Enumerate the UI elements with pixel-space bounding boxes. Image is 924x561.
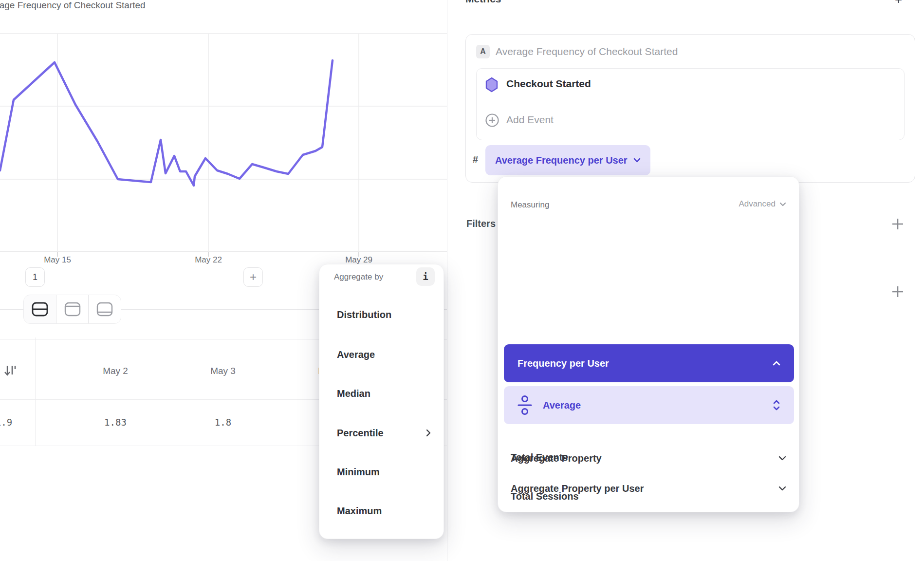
plus-icon: [891, 285, 905, 299]
menu-item-label: Median: [337, 388, 370, 399]
chevron-up-icon: [773, 361, 780, 366]
menu-item-percentile[interactable]: Percentile: [337, 424, 431, 442]
table-cell: 1.9: [0, 415, 38, 429]
measurement-pill-label: Average Frequency per User: [495, 155, 628, 166]
event-name[interactable]: Checkout Started: [506, 78, 591, 90]
menu-item-label: Aggregate Property per User: [511, 483, 644, 494]
segment-number-button[interactable]: 1: [25, 267, 45, 287]
menu-item-median[interactable]: Median: [337, 385, 431, 402]
menu-item-minimum[interactable]: Minimum: [337, 463, 431, 481]
filters-section-title: Filters: [466, 218, 496, 229]
chevron-down-icon: [778, 456, 786, 461]
plus-icon: [891, 217, 905, 231]
chart-title: Average Frequency of Checkout Started: [0, 0, 146, 11]
table-column-divider: [35, 337, 36, 446]
layout-chart-top-button[interactable]: [56, 295, 89, 323]
menu-item-aggregate-property[interactable]: Aggregate Property: [511, 449, 786, 468]
menu-item-aggregate-property-per-user[interactable]: Aggregate Property per User: [511, 479, 786, 498]
layout-split-horizontal-button[interactable]: [24, 295, 56, 323]
measurement-dropdown-button[interactable]: Average Frequency per User: [485, 145, 650, 175]
table-cell: 1.8: [189, 415, 257, 429]
table-bottom-icon: [95, 301, 114, 318]
chevron-down-icon: [778, 486, 786, 491]
menu-subitem-average-selected[interactable]: Average: [504, 386, 794, 424]
table-header-may2[interactable]: May 2: [81, 364, 149, 378]
menu-item-label: Minimum: [337, 467, 380, 478]
metrics-plus-container[interactable]: +: [892, 0, 906, 4]
add-event-plus-icon[interactable]: [485, 113, 499, 128]
add-event-label[interactable]: Add Event: [506, 114, 554, 126]
table-header-may3[interactable]: May 3: [189, 364, 257, 378]
x-axis-label: May 22: [179, 255, 238, 265]
event-hexagon-icon: [485, 77, 499, 93]
menu-item-label: Aggregate Property: [511, 453, 602, 464]
metrics-header-container: Metrics: [465, 0, 573, 6]
layout-table-bottom-button[interactable]: [89, 295, 121, 323]
chevron-down-icon: [779, 202, 786, 206]
advanced-label: Advanced: [739, 199, 776, 209]
chevron-right-icon: [426, 429, 431, 437]
metric-letter-badge: A: [476, 45, 490, 58]
metrics-section-title: Metrics: [465, 0, 501, 5]
chart-top-icon: [63, 301, 82, 318]
x-axis-label: May 15: [28, 255, 87, 265]
average-divide-icon: [517, 395, 532, 415]
table-cell: 1.83: [81, 415, 149, 429]
menu-item-distribution[interactable]: Distribution: [337, 306, 431, 323]
aggregate-by-header: Aggregate by: [334, 272, 383, 282]
menu-item-label: Percentile: [337, 428, 384, 439]
menu-item-label: Average: [543, 400, 762, 411]
add-segment-button[interactable]: +: [243, 267, 263, 287]
x-axis-label: May 29: [330, 255, 388, 265]
layout-toggle-group: [23, 295, 121, 324]
menu-item-label: Average: [337, 349, 375, 360]
menu-item-label: Maximum: [337, 505, 382, 517]
panel-divider: [447, 0, 447, 561]
menu-item-label: Distribution: [337, 309, 391, 320]
advanced-toggle[interactable]: Advanced: [739, 199, 786, 209]
menu-item-maximum[interactable]: Maximum: [337, 502, 431, 520]
line-chart: [0, 29, 447, 273]
measuring-header: Measuring: [511, 200, 549, 210]
chevron-down-icon: [633, 158, 641, 163]
menu-item-frequency-per-user-selected[interactable]: Frequency per User: [504, 344, 794, 382]
sort-descending-icon[interactable]: [3, 363, 18, 378]
measuring-dropdown-panel: Measuring Advanced Unique Users ⚙ Total …: [498, 176, 799, 512]
chart-title-container: Average Frequency of Checkout Started: [0, 0, 302, 15]
aggregate-by-dropdown-panel: Aggregate by i Distribution Average Medi…: [319, 264, 444, 539]
metric-title-input[interactable]: Average Frequency of Checkout Started: [496, 46, 678, 57]
info-icon[interactable]: i: [416, 267, 435, 286]
add-metric-icon: +: [895, 0, 902, 4]
measurement-hash-label: #: [473, 154, 478, 165]
menu-item-label: Frequency per User: [517, 358, 609, 369]
chevron-up-down-icon: [773, 399, 780, 411]
split-horizontal-icon: [31, 301, 49, 318]
add-breakdown-button[interactable]: [891, 285, 905, 299]
add-filter-button[interactable]: [891, 217, 905, 231]
menu-item-average[interactable]: Average: [337, 346, 431, 363]
